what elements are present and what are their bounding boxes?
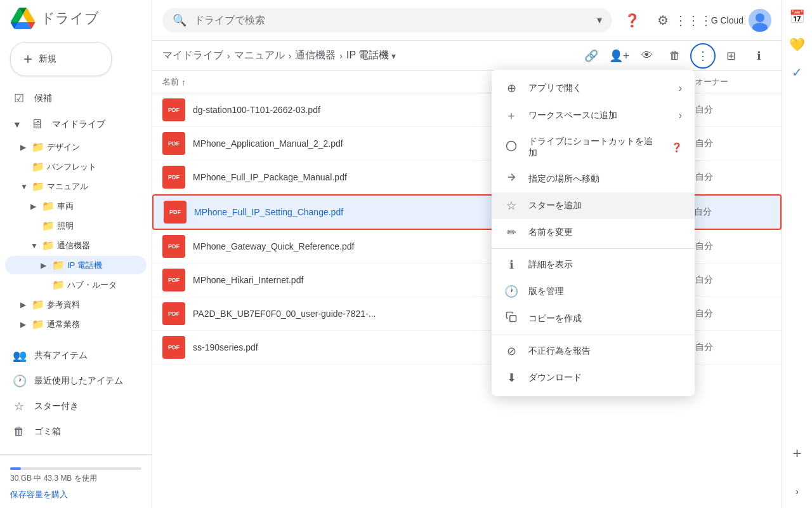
breadcrumb-manual[interactable]: マニュアル — [234, 49, 285, 62]
folder-icon-reference: 📁 — [32, 298, 44, 311]
tree-label-car: 車両 — [57, 201, 74, 212]
search-input[interactable] — [194, 15, 589, 26]
folder-icon-comm: 📁 — [42, 239, 55, 251]
tree-arrow-design: ▶ — [20, 143, 29, 152]
preview-button[interactable]: 👁 — [634, 43, 660, 69]
menu-label-report: 不正行為を報告 — [528, 345, 591, 357]
folder-icon-design: 📁 — [32, 141, 44, 153]
open-app-icon: ⊕ — [504, 81, 518, 95]
apps-button[interactable]: ⋮⋮⋮ — [681, 8, 706, 33]
calendar-icon[interactable]: 📅 — [786, 5, 809, 28]
tree-item-comm[interactable]: ▼ 📁 通信機器 — [5, 236, 147, 255]
user-label: G Cloud — [711, 15, 743, 25]
menu-item-manage-versions[interactable]: 🕐 版を管理 — [492, 278, 695, 305]
keep-icon[interactable]: 💛 — [786, 33, 809, 56]
help-icon: ❓ — [671, 142, 682, 152]
sidebar-item-shared[interactable]: 👥 共有アイテム — [5, 344, 147, 368]
tree-item-manual[interactable]: ▼ 📁 マニュアル — [5, 177, 147, 196]
breadcrumb-comm[interactable]: 通信機器 — [295, 49, 336, 62]
menu-item-add-workspace[interactable]: ＋ ワークスペースに追加 › — [492, 102, 695, 130]
tree-item-reference[interactable]: ▶ 📁 参考資料 — [5, 295, 147, 314]
search-dropdown-icon[interactable]: ▾ — [597, 14, 602, 26]
tree-label-pamphlet: パンフレット — [47, 161, 96, 173]
menu-label-manage-versions: 版を管理 — [528, 286, 564, 297]
menu-item-move-to[interactable]: 指定の場所へ移動 — [492, 165, 695, 192]
sidebar-item-starred-label: スター付き — [34, 401, 79, 412]
add-star-icon: ☆ — [504, 199, 518, 213]
folder-icon-light: 📁 — [42, 220, 55, 232]
add-workspace-icon: ＋ — [504, 108, 518, 123]
tree-item-pamphlet[interactable]: 📁 パンフレット — [5, 157, 147, 176]
menu-item-rename[interactable]: ✏ 名前を変更 — [492, 219, 695, 246]
breadcrumb-mydrive[interactable]: マイドライブ — [162, 49, 223, 62]
avatar-image — [749, 9, 771, 32]
tree-item-ip-phone[interactable]: ▶ 📁 IP 電話機 — [5, 256, 147, 274]
pdf-icon: PDF — [162, 98, 185, 121]
expand-right-icon[interactable]: › — [786, 480, 809, 503]
menu-item-view-details[interactable]: ℹ 詳細を表示 — [492, 251, 695, 278]
breadcrumb-dropdown-icon[interactable]: ▾ — [391, 51, 396, 61]
breadcrumb-current: IP 電話機 ▾ — [346, 49, 396, 62]
sidebar-item-mydrive[interactable]: ▼ 🖥 マイドライブ — [5, 112, 147, 137]
trash-icon: 🗑 — [13, 425, 25, 438]
tree-item-hub-router[interactable]: 📁 ハブ・ルータ — [5, 276, 147, 294]
sidebar-item-recent[interactable]: 🕐 最近使用したアイテム — [5, 369, 147, 393]
link-button[interactable]: 🔗 — [579, 43, 604, 69]
move-to-icon — [504, 171, 518, 186]
tree-item-normal[interactable]: ▶ 📁 通常業務 — [5, 315, 147, 333]
sidebar-item-trash[interactable]: 🗑 ゴミ箱 — [5, 420, 147, 443]
folder-icon-normal: 📁 — [32, 318, 44, 330]
menu-label-add-star: スターを追加 — [528, 200, 582, 211]
folder-icon-hub: 📁 — [52, 279, 65, 291]
storage-purchase-link[interactable]: 保存容量を購入 — [10, 489, 141, 500]
tree-item-car[interactable]: ▶ 📁 車両 — [5, 197, 147, 215]
sidebar-item-trash-label: ゴミ箱 — [34, 426, 61, 438]
sidebar: ドライブ + 新規 ☑ 候補 ▼ 🖥 マイドライブ ▶ 📁 デザイン 📁 パンフ… — [0, 0, 152, 508]
add-apps-icon[interactable]: + — [786, 442, 809, 465]
sidebar-item-starred[interactable]: ☆ スター付き — [5, 394, 147, 418]
manage-versions-icon: 🕐 — [504, 284, 518, 298]
tree-arrow-light — [30, 222, 39, 231]
info-button[interactable]: ℹ — [746, 43, 771, 69]
delete-button[interactable]: 🗑 — [662, 43, 688, 69]
more-actions-button[interactable]: ⋮ — [690, 43, 716, 69]
right-panel: 📅 💛 ✓ + › — [782, 0, 812, 508]
menu-item-download[interactable]: ⬇ ダウンロード — [492, 364, 695, 391]
pdf-icon: PDF — [162, 302, 185, 325]
column-name-label: 名前 — [162, 76, 179, 88]
starred-icon: ☆ — [13, 399, 25, 413]
settings-button[interactable]: ⚙ — [650, 8, 676, 33]
menu-divider-2 — [492, 335, 695, 335]
search-icon: 🔍 — [173, 13, 187, 27]
tree-item-design[interactable]: ▶ 📁 デザイン — [5, 138, 147, 156]
tasks-icon[interactable]: ✓ — [786, 61, 809, 84]
user-avatar[interactable] — [749, 9, 771, 32]
file-owner: 自分 — [695, 138, 771, 149]
menu-label-rename: 名前を変更 — [528, 227, 573, 238]
sidebar-footer: 30 GB 中 43.3 MB を使用 保存容量を購入 — [0, 454, 152, 508]
tree-label-comm: 通信機器 — [57, 240, 90, 251]
add-person-button[interactable]: 👤+ — [606, 43, 632, 69]
tree-item-light[interactable]: 📁 照明 — [5, 217, 147, 235]
sidebar-item-candidates[interactable]: ☑ 候補 — [5, 86, 147, 110]
menu-item-report[interactable]: ⊘ 不正行為を報告 — [492, 338, 695, 364]
folder-icon-manual: 📁 — [32, 180, 44, 192]
breadcrumb-sep-3: › — [339, 51, 343, 61]
menu-item-add-star[interactable]: ☆ スターを追加 — [492, 192, 695, 219]
menu-label-add-workspace: ワークスペースに追加 — [528, 110, 617, 121]
google-drive-logo — [10, 8, 36, 29]
file-owner: 自分 — [695, 104, 771, 116]
new-button[interactable]: + 新規 — [10, 42, 112, 76]
tree-arrow-ip: ▶ — [41, 261, 49, 270]
help-button[interactable]: ❓ — [620, 8, 645, 33]
breadcrumb-bar: マイドライブ › マニュアル › 通信機器 › IP 電話機 ▾ 🔗 👤+ 👁 … — [152, 41, 782, 71]
menu-item-copy[interactable]: コピーを作成 — [492, 305, 695, 332]
grid-view-button[interactable]: ⊞ — [718, 43, 743, 69]
menu-divider-1 — [492, 248, 695, 249]
menu-item-open-app[interactable]: ⊕ アプリで開く › — [492, 75, 695, 102]
file-owner: 自分 — [695, 308, 771, 319]
storage-text: 30 GB 中 43.3 MB を使用 — [10, 474, 97, 483]
storage-bar-fill — [10, 467, 21, 470]
tree-arrow-reference: ▶ — [20, 300, 29, 309]
menu-item-add-shortcut[interactable]: ドライブにショートカットを追加 ❓ — [492, 130, 695, 165]
